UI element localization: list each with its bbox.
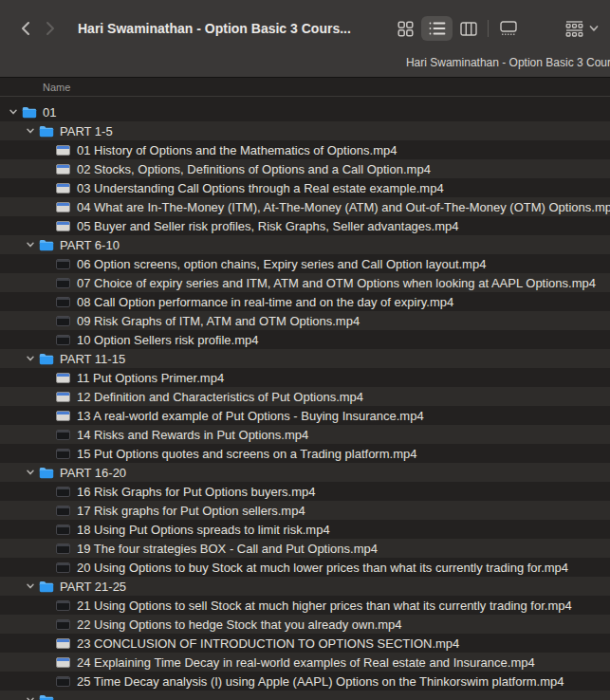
forward-button[interactable] [38,15,63,42]
folder-row[interactable]: PART 6-10 [0,235,610,254]
file-row[interactable]: 25 Time Decay analysis (I) using Apple (… [0,672,610,691]
disclosure-chevron-icon[interactable] [26,695,35,700]
folder-row[interactable]: PART 21-25 [0,577,610,596]
file-row[interactable]: 09 Risk Graphs of ITM, ATM and OTM Optio… [0,311,610,330]
video-thumbnail-icon [56,164,70,175]
gallery-view-button[interactable] [492,16,524,41]
row-label: 17 Risk graphs for Put Option sellers.mp… [77,504,305,518]
row-label: 20 Using Options to buy Stock at much lo… [77,561,568,575]
video-thumbnail-icon [56,259,70,269]
toolbar-path-row: Hari Swaminathan - Option Basic 3 Cours [0,51,610,72]
row-label: 10 Option Sellers risk profile.mp4 [77,333,258,347]
file-row[interactable]: 07 Choice of expiry series and ITM, ATM … [0,273,610,292]
toolbar-main-row: Hari Swaminathan - Option Basic 3 Cours.… [0,0,610,51]
video-thumbnail-icon [56,657,70,668]
file-row[interactable]: 17 Risk graphs for Put Option sellers.mp… [0,501,610,520]
file-row[interactable]: 08 Call Option performance in real-time … [0,292,610,311]
file-row[interactable]: 11 Put Options Primer.mp4 [0,368,610,387]
folder-row[interactable]: PART 16-20 [0,463,610,482]
row-label: 15 Put Options quotes and screens on a T… [77,447,416,461]
column-view-button[interactable] [453,16,484,41]
file-row[interactable]: 24 Explaining Time Decay in real-world e… [0,653,610,672]
icon-view-button[interactable] [390,16,421,41]
gallery-view-icon [500,21,517,36]
folder-row[interactable] [0,691,610,700]
folder-row[interactable]: PART 11-15 [0,349,610,368]
folder-icon [39,580,54,593]
folder-row[interactable]: 01 [0,102,610,121]
video-thumbnail-icon [56,600,70,611]
video-thumbnail-icon [56,392,70,402]
video-thumbnail-icon [56,676,70,687]
video-thumbnail-icon [56,525,70,535]
video-thumbnail-icon [56,449,70,459]
file-row[interactable]: 12 Definition and Characteristics of Put… [0,387,610,406]
file-row[interactable]: 21 Using Options to sell Stock at much h… [0,596,610,615]
folder-row[interactable]: PART 1-5 [0,121,610,140]
video-thumbnail-icon [56,202,70,212]
back-button[interactable] [13,15,38,42]
row-label: 01 [43,105,56,120]
disclosure-chevron-icon[interactable] [26,354,35,363]
disclosure-chevron-icon[interactable] [26,581,35,591]
folder-icon [22,106,37,119]
disclosure-chevron-icon[interactable] [26,240,35,249]
row-label: 07 Choice of expiry series and ITM, ATM … [77,276,596,290]
file-row[interactable]: 04 What are In-The-Money (ITM), At-The-M… [0,197,610,216]
file-row[interactable]: 13 A real-world example of Put Options -… [0,406,610,425]
file-row[interactable]: 01 History of Options and the Mathematic… [0,140,610,159]
name-column-header[interactable]: Name [0,78,610,97]
disclosure-chevron-icon[interactable] [9,107,18,117]
file-row[interactable]: 02 Stocks, Options, Definitions of Optio… [0,159,610,178]
video-thumbnail-icon [56,411,70,421]
file-row[interactable]: 19 The four strategies BOX - Call and Pu… [0,539,610,558]
video-thumbnail-icon [56,316,70,326]
file-row[interactable]: 14 Risks and Rewards in Put Options.mp4 [0,425,610,444]
file-row[interactable]: 05 Buyer and Seller risk profiles, Risk … [0,216,610,235]
folder-icon [39,125,54,138]
file-row[interactable]: 22 Using Options to hedge Stock that you… [0,615,610,634]
video-thumbnail-icon [56,543,70,554]
row-label: 18 Using Put Options spreads to limit ri… [77,523,330,537]
video-thumbnail-icon [56,638,70,649]
group-button[interactable] [564,16,601,41]
back-chevron-icon [20,21,31,36]
file-row[interactable]: 06 Option screens, option chains, Expiry… [0,254,610,273]
file-row[interactable]: 18 Using Put Options spreads to limit ri… [0,520,610,539]
column-view-icon [460,22,477,36]
file-row[interactable]: 03 Understanding Call Options through a … [0,178,610,197]
finder-window: Hari Swaminathan - Option Basic 3 Cours.… [0,0,610,700]
icon-view-icon [397,21,414,37]
row-label: 13 A real-world example of Put Options -… [77,409,424,423]
video-thumbnail-icon [56,278,70,288]
row-label: 12 Definition and Characteristics of Put… [77,390,363,404]
file-row[interactable]: 23 CONCLUSION OF INTRODUCTION TO OPTIONS… [0,634,610,653]
file-row[interactable]: 10 Option Sellers risk profile.mp4 [0,330,610,349]
folder-icon [39,353,54,365]
row-label: 04 What are In-The-Money (ITM), At-The-M… [77,200,610,214]
row-label: 21 Using Options to sell Stock at much h… [77,599,572,613]
row-label: PART 16-20 [60,466,126,480]
row-label: 03 Understanding Call Options through a … [77,181,444,195]
video-thumbnail-icon [56,221,70,231]
disclosure-chevron-icon[interactable] [26,468,35,477]
view-switcher [390,16,524,41]
video-thumbnail-icon [56,487,70,497]
row-label: 16 Risk Graphs for Put Options buyers.mp… [77,485,315,499]
list-view-button[interactable] [421,16,453,41]
window-title: Hari Swaminathan - Option Basic 3 Cours.… [78,21,390,36]
row-label: PART 21-25 [60,580,126,594]
file-row[interactable]: 16 Risk Graphs for Put Options buyers.mp… [0,482,610,501]
file-row[interactable]: 20 Using Options to buy Stock at much lo… [0,558,610,577]
row-label: PART 1-5 [60,124,113,138]
file-row[interactable]: 15 Put Options quotes and screens on a T… [0,444,610,463]
list-view-icon [429,21,446,36]
disclosure-chevron-icon[interactable] [26,126,35,136]
video-thumbnail-icon [56,335,70,345]
row-label: 05 Buyer and Seller risk profiles, Risk … [77,219,458,233]
row-label: 14 Risks and Rewards in Put Options.mp4 [77,428,308,442]
video-thumbnail-icon [56,183,70,193]
folder-icon [39,694,54,700]
video-thumbnail-icon [56,373,70,383]
toolbar: Hari Swaminathan - Option Basic 3 Cours.… [0,0,610,78]
